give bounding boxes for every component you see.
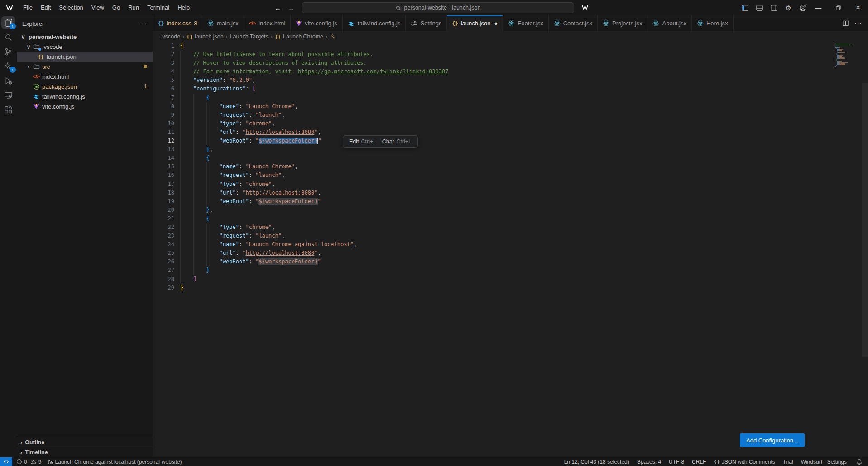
- code-line-21[interactable]: 21{: [153, 214, 868, 223]
- status-item-settings[interactable]: Windsurf - Settings: [801, 459, 847, 465]
- line-number[interactable]: 11: [153, 128, 174, 137]
- tooltip-chat-button[interactable]: ChatCtrl+L: [382, 138, 412, 145]
- line-number[interactable]: 22: [153, 223, 174, 232]
- panel-timeline[interactable]: ›Timeline: [17, 447, 153, 457]
- tree-item-src[interactable]: ›src: [17, 62, 153, 71]
- toggle-primary-sidebar-icon[interactable]: [739, 2, 750, 13]
- code-line-8[interactable]: 8"name": "Launch Chrome",: [153, 102, 868, 111]
- menu-selection[interactable]: Selection: [55, 0, 87, 15]
- nav-back-icon[interactable]: ←: [274, 4, 281, 12]
- code-line-13[interactable]: 13},: [153, 145, 868, 154]
- line-number[interactable]: 3: [153, 59, 174, 67]
- line-number[interactable]: 15: [153, 162, 174, 171]
- tree-item-tailwind-config-js[interactable]: tailwind.config.js: [17, 91, 153, 101]
- code-line-15[interactable]: 15"name": "Launch Chrome",: [153, 162, 868, 171]
- tab-projects-jsx[interactable]: Projects.jsx: [598, 15, 647, 31]
- tooltip-edit-button[interactable]: EditCtrl+I: [349, 138, 375, 145]
- menu-help[interactable]: Help: [173, 0, 194, 15]
- code-line-26[interactable]: 26"webRoot": "${workspaceFolder}": [153, 257, 868, 266]
- code-line-4[interactable]: 4// For more information, visit: https:/…: [153, 67, 868, 76]
- activity-extensions[interactable]: [0, 102, 17, 117]
- menu-terminal[interactable]: Terminal: [143, 0, 173, 15]
- nav-forward-icon[interactable]: →: [288, 4, 294, 12]
- breadcrumb-item[interactable]: Launch Targets: [230, 33, 269, 40]
- code-line-9[interactable]: 9"request": "launch",: [153, 111, 868, 119]
- code-line-25[interactable]: 25"url": "http://localhost:8080",: [153, 249, 868, 257]
- code-line-17[interactable]: 17"type": "chrome",: [153, 180, 868, 189]
- explorer-more-actions-icon[interactable]: ⋯: [140, 20, 147, 27]
- breadcrumb-item[interactable]: {}launch.json: [187, 33, 224, 40]
- line-number[interactable]: 18: [153, 189, 174, 197]
- gear-icon[interactable]: ⚙: [783, 2, 794, 13]
- toggle-secondary-sidebar-icon[interactable]: [768, 2, 779, 13]
- menu-go[interactable]: Go: [108, 0, 124, 15]
- menu-file[interactable]: File: [19, 0, 37, 15]
- tree-item--vscode[interactable]: ∨.vscode: [17, 42, 153, 52]
- tree-root-personal-website[interactable]: ∨personal-website: [17, 32, 153, 42]
- line-number[interactable]: 12: [153, 137, 174, 145]
- code-line-1[interactable]: 1{: [153, 42, 868, 50]
- remote-indicator[interactable]: [0, 457, 12, 466]
- status-item-encoding[interactable]: UTF-8: [669, 459, 684, 465]
- line-number[interactable]: 6: [153, 85, 174, 93]
- tab-vite-config-js[interactable]: vite.config.js: [291, 15, 343, 31]
- menu-run[interactable]: Run: [124, 0, 143, 15]
- code-editor[interactable]: 1{2// Use IntelliSense to learn about po…: [153, 42, 868, 292]
- line-number[interactable]: 8: [153, 102, 174, 111]
- code-line-11[interactable]: 11"url": "http://localhost:8080",: [153, 128, 868, 137]
- tab-footer-jsx[interactable]: Footer.jsx: [503, 15, 548, 31]
- line-number[interactable]: 17: [153, 180, 174, 189]
- line-number[interactable]: 9: [153, 111, 174, 119]
- editor-more-actions-icon[interactable]: ⋯: [854, 19, 862, 28]
- tree-item-index-html[interactable]: </>index.html: [17, 71, 153, 81]
- line-number[interactable]: 4: [153, 67, 174, 76]
- line-number[interactable]: 26: [153, 257, 174, 266]
- code-line-18[interactable]: 18"url": "http://localhost:8080",: [153, 189, 868, 197]
- status-item-language-mode[interactable]: {}JSON with Comments: [714, 459, 775, 465]
- line-number[interactable]: 25: [153, 249, 174, 257]
- tab-main-jsx[interactable]: main.jsx: [202, 15, 244, 31]
- code-line-19[interactable]: 19"webRoot": "${workspaceFolder}": [153, 197, 868, 206]
- status-debug-target[interactable]: Launch Chrome against localhost (persona…: [47, 459, 182, 465]
- code-line-5[interactable]: 5"version": "0.2.0",: [153, 76, 868, 85]
- code-line-6[interactable]: 6"configurations": [: [153, 85, 868, 93]
- status-item-indentation[interactable]: Spaces: 4: [637, 459, 661, 465]
- code-line-28[interactable]: 28]: [153, 275, 868, 284]
- breadcrumb-item[interactable]: .vscode: [161, 33, 180, 40]
- line-number[interactable]: 10: [153, 119, 174, 128]
- code-line-3[interactable]: 3// Hover to view descriptions of existi…: [153, 59, 868, 67]
- split-editor-icon[interactable]: [842, 20, 849, 27]
- code-line-23[interactable]: 23"request": "launch",: [153, 232, 868, 240]
- command-center-search[interactable]: personal-website - launch.json: [302, 2, 574, 13]
- line-number[interactable]: 20: [153, 206, 174, 214]
- line-number[interactable]: 19: [153, 197, 174, 206]
- code-line-14[interactable]: 14{: [153, 154, 868, 162]
- code-line-2[interactable]: 2// Use IntelliSense to learn about poss…: [153, 50, 868, 59]
- code-line-27[interactable]: 27}: [153, 266, 868, 275]
- breadcrumb-item[interactable]: [330, 34, 336, 40]
- tab-index-css[interactable]: {}index.css8: [153, 15, 202, 31]
- tab-tailwind-config-js[interactable]: tailwind.config.js: [343, 15, 406, 31]
- line-number[interactable]: 1: [153, 42, 174, 50]
- notifications-bell-icon[interactable]: [856, 459, 863, 465]
- code-line-24[interactable]: 24"name": "Launch Chrome against localho…: [153, 240, 868, 249]
- status-item-trial[interactable]: Trial: [783, 459, 793, 465]
- code-line-16[interactable]: 16"request": "launch",: [153, 171, 868, 180]
- line-number[interactable]: 23: [153, 232, 174, 240]
- minimize-button[interactable]: —: [808, 0, 828, 15]
- minimap[interactable]: [834, 43, 860, 68]
- add-configuration-button[interactable]: Add Configuration...: [740, 433, 805, 447]
- line-number[interactable]: 28: [153, 275, 174, 284]
- code-line-20[interactable]: 20},: [153, 206, 868, 214]
- status-problems[interactable]: 0 9: [16, 459, 41, 465]
- activity-run-debug[interactable]: [0, 73, 17, 88]
- tab-about-jsx[interactable]: About.jsx: [647, 15, 691, 31]
- menu-edit[interactable]: Edit: [37, 0, 55, 15]
- code-line-22[interactable]: 22"type": "chrome",: [153, 223, 868, 232]
- line-number[interactable]: 16: [153, 171, 174, 180]
- line-number[interactable]: 29: [153, 284, 174, 292]
- tab-launch-json[interactable]: {}launch.json●: [447, 15, 503, 32]
- close-button[interactable]: ×: [848, 0, 868, 15]
- tree-item-package-json[interactable]: package.json1: [17, 81, 153, 91]
- line-number[interactable]: 21: [153, 214, 174, 223]
